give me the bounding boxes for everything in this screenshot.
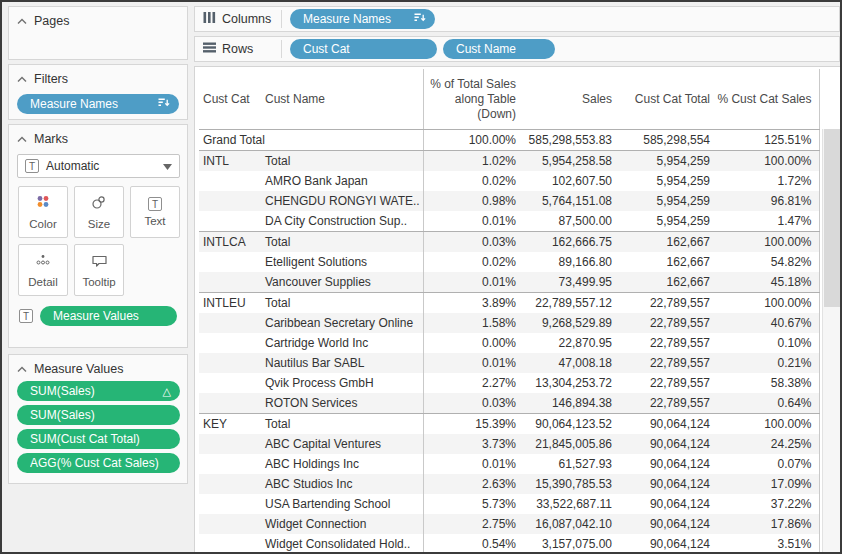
value-cell[interactable]: 2.75% bbox=[423, 514, 523, 534]
cust-cat-cell[interactable] bbox=[199, 252, 259, 272]
value-cell[interactable]: 0.98% bbox=[423, 191, 523, 211]
value-cell[interactable]: 22,789,557 bbox=[619, 353, 717, 373]
value-cell[interactable]: 22,870.95 bbox=[523, 333, 619, 353]
value-cell[interactable]: 0.07% bbox=[717, 454, 819, 474]
value-cell[interactable]: 5,954,258.58 bbox=[523, 151, 619, 172]
table-row[interactable]: Widget Consolidated Hold..0.54%3,157,075… bbox=[199, 534, 819, 554]
table-row[interactable]: Widget Connection2.75%16,087,042.1090,06… bbox=[199, 514, 819, 534]
value-cell[interactable]: 585,298,553.83 bbox=[523, 130, 619, 151]
measure-pill-cust-cat-total[interactable]: SUM(Cust Cat Total) bbox=[17, 429, 180, 449]
mark-type-dropdown[interactable]: T Automatic bbox=[17, 154, 180, 178]
cust-cat-cell[interactable] bbox=[199, 191, 259, 211]
cust-name-cell[interactable]: Vancouver Supplies bbox=[259, 272, 423, 293]
cust-cat-cell[interactable] bbox=[199, 494, 259, 514]
table-row[interactable]: Cartridge World Inc0.00%22,870.9522,789,… bbox=[199, 333, 819, 353]
value-cell[interactable]: 22,789,557 bbox=[619, 373, 717, 393]
cust-name-cell[interactable]: USA Bartending School bbox=[259, 494, 423, 514]
value-cell[interactable]: 17.09% bbox=[717, 474, 819, 494]
marks-card-header[interactable]: Marks bbox=[9, 125, 187, 147]
table-row[interactable]: ABC Holdings Inc0.01%61,527.9390,064,124… bbox=[199, 454, 819, 474]
value-cell[interactable]: 162,667 bbox=[619, 252, 717, 272]
value-cell[interactable]: 5,954,259 bbox=[619, 171, 717, 191]
table-row[interactable]: ABC Studios Inc2.63%15,390,785.5390,064,… bbox=[199, 474, 819, 494]
column-header-cust-cat[interactable]: Cust Cat bbox=[199, 69, 259, 130]
value-cell[interactable]: 5,764,151.08 bbox=[523, 191, 619, 211]
value-cell[interactable]: 58.38% bbox=[717, 373, 819, 393]
pages-card-header[interactable]: Pages bbox=[9, 7, 187, 29]
filter-pill-measure-names[interactable]: Measure Names bbox=[17, 94, 179, 114]
cust-name-cell[interactable]: Widget Consolidated Hold.. bbox=[259, 534, 423, 554]
cust-name-cell[interactable]: Total bbox=[259, 151, 423, 172]
cust-cat-cell[interactable]: INTLEU bbox=[199, 293, 259, 314]
cust-cat-cell[interactable] bbox=[199, 534, 259, 554]
table-row[interactable]: ABC Capital Ventures3.73%21,845,005.8690… bbox=[199, 434, 819, 454]
value-cell[interactable]: 1.47% bbox=[717, 211, 819, 232]
value-cell[interactable]: 21,845,005.86 bbox=[523, 434, 619, 454]
value-cell[interactable]: 13,304,253.72 bbox=[523, 373, 619, 393]
cust-cat-cell[interactable] bbox=[199, 454, 259, 474]
value-cell[interactable]: 162,667 bbox=[619, 232, 717, 253]
cust-name-cell[interactable]: Total bbox=[259, 232, 423, 253]
value-cell[interactable]: 22,789,557.12 bbox=[523, 293, 619, 314]
value-cell[interactable]: 96.81% bbox=[717, 191, 819, 211]
value-cell[interactable]: 2.63% bbox=[423, 474, 523, 494]
measure-pill-sum-sales[interactable]: SUM(Sales) bbox=[17, 405, 180, 425]
value-cell[interactable]: 162,666.75 bbox=[523, 232, 619, 253]
value-cell[interactable]: 0.02% bbox=[423, 171, 523, 191]
value-cell[interactable]: 22,789,557 bbox=[619, 313, 717, 333]
table-row[interactable]: KEYTotal15.39%90,064,123.5290,064,124100… bbox=[199, 414, 819, 435]
value-cell[interactable]: 585,298,554 bbox=[619, 130, 717, 151]
table-row[interactable]: AMRO Bank Japan0.02%102,607.505,954,2591… bbox=[199, 171, 819, 191]
value-cell[interactable]: 61,527.93 bbox=[523, 454, 619, 474]
value-cell[interactable]: 16,087,042.10 bbox=[523, 514, 619, 534]
value-cell[interactable]: 1.72% bbox=[717, 171, 819, 191]
value-cell[interactable]: 33,522,687.11 bbox=[523, 494, 619, 514]
cust-cat-cell[interactable] bbox=[199, 353, 259, 373]
value-cell[interactable]: 45.18% bbox=[717, 272, 819, 293]
table-row[interactable]: INTLCATotal0.03%162,666.75162,667100.00% bbox=[199, 232, 819, 253]
grand-total-header[interactable]: Grand Total bbox=[199, 130, 423, 151]
column-header-pct-cust-cat-sales[interactable]: % Cust Cat Sales bbox=[717, 69, 819, 130]
value-cell[interactable]: 24.25% bbox=[717, 434, 819, 454]
value-cell[interactable]: 87,500.00 bbox=[523, 211, 619, 232]
table-row[interactable]: ROTON Services0.03%146,894.3822,789,5570… bbox=[199, 393, 819, 414]
column-header-sales[interactable]: Sales bbox=[523, 69, 619, 130]
value-cell[interactable]: 15.39% bbox=[423, 414, 523, 435]
cust-name-cell[interactable]: ABC Studios Inc bbox=[259, 474, 423, 494]
value-cell[interactable]: 0.01% bbox=[423, 211, 523, 232]
cust-name-cell[interactable]: Etelligent Solutions bbox=[259, 252, 423, 272]
tooltip-button[interactable]: Tooltip bbox=[74, 244, 124, 296]
value-cell[interactable]: 0.01% bbox=[423, 272, 523, 293]
cust-cat-cell[interactable] bbox=[199, 373, 259, 393]
scrollbar-thumb[interactable] bbox=[824, 129, 840, 307]
value-cell[interactable]: 100.00% bbox=[717, 232, 819, 253]
value-cell[interactable]: 102,607.50 bbox=[523, 171, 619, 191]
value-cell[interactable]: 125.51% bbox=[717, 130, 819, 151]
sort-descending-icon[interactable] bbox=[413, 11, 426, 27]
value-cell[interactable]: 15,390,785.53 bbox=[523, 474, 619, 494]
cust-name-cell[interactable]: CHENGDU RONGYI WATE.. bbox=[259, 191, 423, 211]
measure-values-card-header[interactable]: Measure Values bbox=[9, 355, 187, 377]
cust-cat-cell[interactable] bbox=[199, 474, 259, 494]
value-cell[interactable]: 100.00% bbox=[717, 414, 819, 435]
encoding-pill-measure-values[interactable]: Measure Values bbox=[40, 306, 177, 326]
size-button[interactable]: Text Size bbox=[74, 186, 124, 238]
table-row[interactable]: INTLEUTotal3.89%22,789,557.1222,789,5571… bbox=[199, 293, 819, 314]
value-cell[interactable]: 3.51% bbox=[717, 534, 819, 554]
cust-cat-cell[interactable]: KEY bbox=[199, 414, 259, 435]
cust-name-cell[interactable]: ABC Capital Ventures bbox=[259, 434, 423, 454]
column-header-cust-name[interactable]: Cust Name bbox=[259, 69, 423, 130]
cust-cat-cell[interactable] bbox=[199, 313, 259, 333]
value-cell[interactable]: 0.02% bbox=[423, 252, 523, 272]
cust-name-cell[interactable]: Cartridge World Inc bbox=[259, 333, 423, 353]
measure-pill-sum-sales-delta[interactable]: SUM(Sales) △ bbox=[17, 381, 180, 401]
value-cell[interactable]: 162,667 bbox=[619, 272, 717, 293]
rows-pill-cust-cat[interactable]: Cust Cat bbox=[290, 39, 437, 59]
value-cell[interactable]: 0.01% bbox=[423, 353, 523, 373]
rows-pill-cust-name[interactable]: Cust Name bbox=[443, 39, 555, 59]
value-cell[interactable]: 90,064,124 bbox=[619, 494, 717, 514]
value-cell[interactable]: 90,064,124 bbox=[619, 534, 717, 554]
cust-name-cell[interactable]: ABC Holdings Inc bbox=[259, 454, 423, 474]
value-cell[interactable]: 9,268,529.89 bbox=[523, 313, 619, 333]
value-cell[interactable]: 0.54% bbox=[423, 534, 523, 554]
